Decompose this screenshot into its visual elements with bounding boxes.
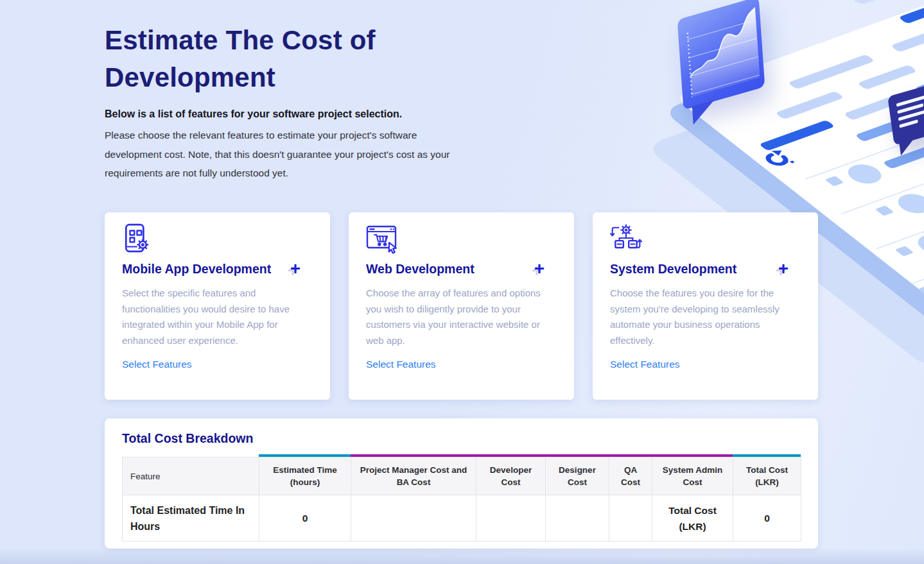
card-system-development: System Development + Choose the features… — [593, 212, 818, 400]
accent-bar-teal — [259, 454, 351, 457]
card-title: System Development — [610, 262, 737, 277]
cost-breakdown-table: Feature Estimated Time (hours) Project M… — [122, 457, 801, 542]
intro-bold-text: Below is a list of features for your sof… — [105, 108, 477, 120]
column-header-designer-cost: Designer Cost — [546, 457, 609, 495]
cell-total-cost-label: Total Cost (LKR) — [652, 495, 733, 542]
column-header-total-cost: Total Cost (LKR) — [733, 457, 801, 495]
cell-total-estimated-time-label: Total Estimated Time In Hours — [123, 495, 259, 542]
column-header-qa-cost: QA Cost — [609, 457, 652, 495]
select-features-link-system[interactable]: Select Features — [610, 359, 680, 370]
card-description: Choose the features you desire for the s… — [610, 286, 796, 348]
cell-pm-ba-cost-value — [351, 495, 476, 542]
accent-bar-purple — [351, 454, 733, 457]
cell-total-cost-value: 0 — [733, 495, 801, 542]
total-cost-breakdown-card: Total Cost Breakdown Feature Estimated T… — [105, 418, 818, 549]
card-web-development: Web Development + Choose the array of fe… — [349, 212, 574, 400]
cell-estimated-hours-value: 0 — [259, 495, 351, 542]
card-title-row: Web Development + — [366, 261, 557, 277]
web-development-icon — [366, 223, 398, 255]
page-title: Estimate The Cost of Development — [105, 22, 477, 96]
mobile-app-icon — [122, 223, 154, 255]
expand-system-features-button[interactable]: + — [778, 261, 789, 277]
card-description: Choose the array of features and options… — [366, 286, 552, 348]
table-row: Total Estimated Time In Hours 0 Total Co… — [123, 495, 801, 542]
intro-paragraph: Please choose the relevant features to e… — [105, 126, 459, 183]
cell-designer-cost-value — [546, 495, 609, 542]
card-description: Select the specific features and functio… — [122, 286, 308, 348]
card-title: Web Development — [366, 262, 475, 277]
cell-developer-cost-value — [476, 495, 546, 542]
breakdown-title: Total Cost Breakdown — [122, 431, 801, 446]
accent-bar-teal — [733, 454, 801, 457]
card-title-row: System Development + — [610, 261, 801, 277]
cost-table-wrapper: Feature Estimated Time (hours) Project M… — [122, 457, 801, 542]
card-title-row: Mobile App Development + — [122, 261, 313, 277]
expand-web-features-button[interactable]: + — [534, 261, 545, 277]
select-features-link-web[interactable]: Select Features — [366, 359, 436, 370]
column-header-estimated-time: Estimated Time (hours) — [259, 457, 351, 495]
column-header-developer-cost: Developer Cost — [476, 457, 546, 495]
select-features-link-mobile[interactable]: Select Features — [122, 359, 192, 370]
column-header-pm-ba-cost: Project Manager Cost and BA Cost — [351, 457, 476, 495]
column-header-feature: Feature — [123, 457, 259, 495]
system-development-icon — [610, 223, 642, 255]
expand-mobile-features-button[interactable]: + — [290, 261, 301, 277]
card-title: Mobile App Development — [122, 262, 271, 277]
card-mobile-app-development: Mobile App Development + Select the spec… — [105, 212, 330, 400]
feature-cards-row: Mobile App Development + Select the spec… — [105, 212, 818, 400]
column-header-system-admin-cost: System Admin Cost — [652, 457, 733, 495]
page-header: Estimate The Cost of Development Below i… — [105, 22, 477, 183]
table-header-row: Feature Estimated Time (hours) Project M… — [123, 457, 801, 495]
cell-qa-cost-value — [609, 495, 652, 542]
